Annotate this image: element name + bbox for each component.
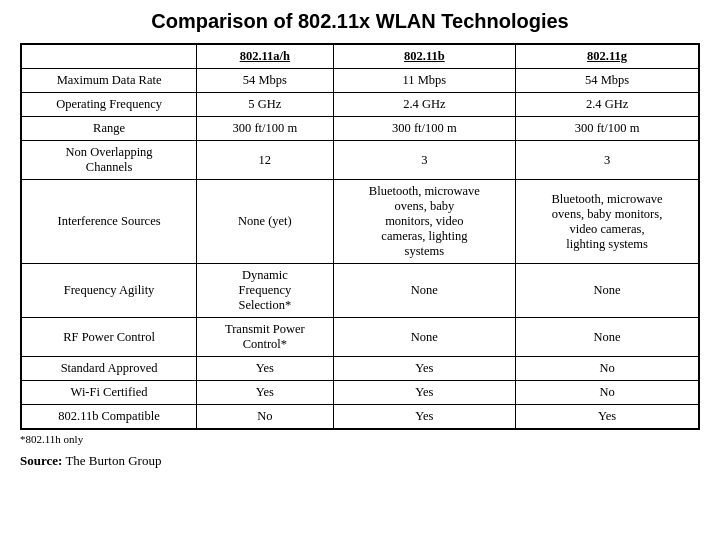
row-label: Maximum Data Rate [21, 69, 197, 93]
table-row: Operating Frequency5 GHz2.4 GHz2.4 GHz [21, 93, 699, 117]
source-value: The Burton Group [65, 453, 161, 468]
footnote: *802.11h only [20, 433, 700, 445]
col-header-80211b: 802.11b [333, 44, 516, 69]
row-cell: Bluetooth, microwave ovens, baby monitor… [516, 180, 699, 264]
row-label: Wi-Fi Certified [21, 381, 197, 405]
col-header-empty [21, 44, 197, 69]
row-label: Standard Approved [21, 357, 197, 381]
row-cell: 3 [333, 141, 516, 180]
col-header-80211ah: 802.11a/h [197, 44, 333, 69]
row-cell: Transmit Power Control* [197, 318, 333, 357]
row-cell: None (yet) [197, 180, 333, 264]
row-cell: 54 Mbps [197, 69, 333, 93]
table-row: 802.11b CompatibleNoYesYes [21, 405, 699, 430]
row-cell: Yes [333, 357, 516, 381]
table-row: Frequency AgilityDynamic Frequency Selec… [21, 264, 699, 318]
row-cell: 2.4 GHz [516, 93, 699, 117]
table-row: Standard ApprovedYesYesNo [21, 357, 699, 381]
row-cell: Yes [333, 405, 516, 430]
row-label: 802.11b Compatible [21, 405, 197, 430]
row-label: Frequency Agility [21, 264, 197, 318]
row-cell: Yes [197, 381, 333, 405]
page-title: Comparison of 802.11x WLAN Technologies [20, 10, 700, 33]
row-cell: No [197, 405, 333, 430]
row-cell: Bluetooth, microwave ovens, baby monitor… [333, 180, 516, 264]
table-row: Wi-Fi CertifiedYesYesNo [21, 381, 699, 405]
row-label: Range [21, 117, 197, 141]
row-cell: Dynamic Frequency Selection* [197, 264, 333, 318]
row-cell: None [516, 318, 699, 357]
table-row: Range300 ft/100 m300 ft/100 m300 ft/100 … [21, 117, 699, 141]
row-cell: No [516, 381, 699, 405]
row-cell: None [333, 318, 516, 357]
table-row: Maximum Data Rate54 Mbps11 Mbps54 Mbps [21, 69, 699, 93]
row-cell: 11 Mbps [333, 69, 516, 93]
row-cell: 54 Mbps [516, 69, 699, 93]
table-row: RF Power ControlTransmit Power Control*N… [21, 318, 699, 357]
row-cell: Yes [333, 381, 516, 405]
source-line: Source: The Burton Group [20, 453, 700, 469]
row-cell: 5 GHz [197, 93, 333, 117]
col-header-80211g: 802.11g [516, 44, 699, 69]
row-label: Non Overlapping Channels [21, 141, 197, 180]
row-label: Operating Frequency [21, 93, 197, 117]
row-cell: 300 ft/100 m [197, 117, 333, 141]
row-cell: Yes [516, 405, 699, 430]
comparison-table: 802.11a/h 802.11b 802.11g Maximum Data R… [20, 43, 700, 430]
row-label: RF Power Control [21, 318, 197, 357]
table-row: Non Overlapping Channels1233 [21, 141, 699, 180]
row-cell: 300 ft/100 m [516, 117, 699, 141]
source-label: Source: [20, 453, 62, 468]
row-label: Interference Sources [21, 180, 197, 264]
row-cell: None [516, 264, 699, 318]
row-cell: No [516, 357, 699, 381]
row-cell: 300 ft/100 m [333, 117, 516, 141]
row-cell: Yes [197, 357, 333, 381]
row-cell: 12 [197, 141, 333, 180]
row-cell: None [333, 264, 516, 318]
table-header-row: 802.11a/h 802.11b 802.11g [21, 44, 699, 69]
row-cell: 2.4 GHz [333, 93, 516, 117]
table-row: Interference SourcesNone (yet)Bluetooth,… [21, 180, 699, 264]
row-cell: 3 [516, 141, 699, 180]
